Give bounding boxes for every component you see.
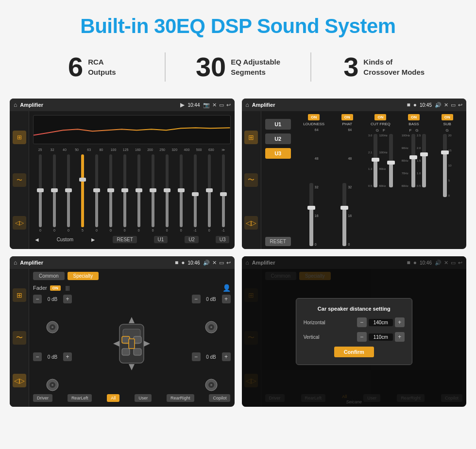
dialog-overlay: Car speaker distance setting Horizontal … [242, 256, 467, 407]
fader-db-row-1: − 0 dB + [33, 295, 72, 303]
home-icon[interactable]: ⌂ [14, 101, 17, 108]
speaker-icon: ◁▷ [15, 219, 24, 226]
sub-toggle[interactable]: ON [442, 114, 453, 120]
dialog-horizontal-plus[interactable]: + [395, 317, 405, 327]
fader-plus-4[interactable]: + [222, 352, 231, 361]
u1-btn[interactable]: U1 [154, 236, 168, 243]
eq-bottom-bar: ◄ Custom ► RESET U1 U2 U3 [33, 234, 231, 245]
eq-slider-4[interactable]: 5 [76, 154, 89, 232]
window-icon-2: ▭ [451, 102, 456, 108]
eq-slider-7[interactable]: 0 [119, 154, 131, 232]
eq-slider-2[interactable]: 0 [48, 154, 61, 232]
fader-minus-1[interactable]: − [33, 295, 42, 303]
speaker-distance-dialog: Car speaker distance setting Horizontal … [296, 298, 412, 365]
fader-sidebar: ⊞ 〜 ◁▷ [10, 269, 29, 407]
eq-slider-5[interactable]: 0 [90, 154, 103, 232]
driver-btn[interactable]: Driver [33, 394, 52, 402]
eq-main: 25 32 40 50 63 80 100 125 160 200 250 32… [29, 111, 235, 249]
xover-reset-btn[interactable]: RESET [265, 237, 291, 246]
back-icon-2[interactable]: ↩ [458, 102, 462, 108]
dialog-vertical-value: 110cm [369, 333, 393, 341]
xover-u1-btn[interactable]: U1 [265, 119, 291, 130]
eq-slider-12[interactable]: -1 [189, 154, 202, 232]
back-icon[interactable]: ↩ [226, 102, 231, 108]
phat-toggle[interactable]: ON [341, 114, 353, 120]
xover-cutfreq: ON CUT FREQ G F 3.0 2.1 1.3 [365, 114, 396, 246]
eq-sidebar-btn-2[interactable]: 〜 [13, 173, 26, 187]
rearleft-btn[interactable]: RearLeft [68, 394, 92, 402]
topbar-icons-right: 📷 ✕ ▭ ↩ [203, 102, 231, 108]
svg-point-19 [210, 326, 212, 328]
wave-icon: 〜 [17, 176, 22, 184]
fader-sidebar-btn-3[interactable]: ◁▷ [13, 374, 26, 387]
eq-slider-13[interactable]: 0 [203, 154, 216, 232]
home-icon-3[interactable]: ⌂ [14, 259, 17, 266]
u2-btn[interactable]: U2 [185, 236, 199, 243]
dialog-vertical-minus[interactable]: − [357, 332, 367, 342]
sliders-icon: ⊞ [17, 134, 22, 141]
fader-content: − 0 dB + − [33, 295, 231, 392]
svg-point-5 [51, 384, 53, 386]
fader-minus-2[interactable]: − [33, 352, 42, 361]
dialog-horizontal-minus[interactable]: − [357, 317, 367, 327]
all-btn[interactable]: All [107, 394, 119, 402]
eq-slider-9[interactable]: 0 [147, 154, 159, 232]
fader-minus-3[interactable]: − [192, 295, 201, 303]
fader-label: Fader [33, 285, 47, 291]
fader-bottom-buttons: Driver RearLeft All User RearRight Copil… [33, 392, 231, 404]
fader-bars-icon: ||| [66, 285, 70, 291]
loudness-toggle[interactable]: ON [308, 114, 320, 120]
rearright-btn[interactable]: RearRight [167, 394, 194, 402]
eq-slider-14[interactable]: -1 [217, 154, 230, 232]
confirm-button[interactable]: Confirm [334, 347, 374, 357]
eq-slider-10[interactable]: 0 [161, 154, 173, 232]
xover-u-buttons: U1 U2 U3 RESET [265, 119, 291, 246]
window-icon: ▭ [219, 102, 224, 108]
home-icon-2[interactable]: ⌂ [246, 101, 249, 108]
feature-eq: 30 EQ Adjustable Segments [166, 53, 311, 81]
cutfreq-toggle[interactable]: ON [374, 114, 386, 120]
fader-plus-3[interactable]: + [222, 295, 231, 303]
eq-slider-3[interactable]: 0 [62, 154, 75, 232]
fader-main: Common Specialty Fader ON ||| 👤 − [29, 269, 235, 407]
fader-left-controls: − 0 dB + − [33, 295, 72, 392]
xover-u2-btn[interactable]: U2 [265, 133, 291, 144]
svg-rect-12 [129, 339, 135, 349]
xover-sidebar-btn-1[interactable]: ⊞ [244, 131, 258, 144]
eq-sidebar-btn-3[interactable]: ◁▷ [13, 216, 26, 230]
dot-icon-3: ● [181, 259, 185, 266]
fader-db-row-3: − 0 dB + [192, 295, 231, 303]
eq-sidebar-btn-1[interactable]: ⊞ [13, 131, 26, 144]
back-icon-3[interactable]: ↩ [226, 260, 231, 266]
next-btn[interactable]: ► [90, 236, 96, 243]
common-tab[interactable]: Common [33, 272, 65, 280]
crossover-content: U1 U2 U3 RESET ON LOUDNESS [265, 114, 463, 246]
fader-minus-4[interactable]: − [192, 352, 201, 361]
reset-btn[interactable]: RESET [113, 236, 136, 243]
screen-fader-title: Amplifier [20, 260, 172, 266]
dialog-vertical-plus[interactable]: + [395, 332, 405, 342]
user-btn[interactable]: User [135, 394, 152, 402]
fader-plus-1[interactable]: + [63, 295, 72, 303]
volume-icon-3[interactable]: 🔊 [203, 260, 210, 266]
prev-btn[interactable]: ◄ [34, 236, 40, 243]
eq-screen-body: ⊞ 〜 ◁▷ [10, 111, 235, 249]
xover-sidebar-btn-3[interactable]: ◁▷ [244, 216, 258, 230]
u3-btn[interactable]: U3 [216, 236, 230, 243]
eq-slider-6[interactable]: 0 [104, 154, 117, 232]
fader-plus-2[interactable]: + [63, 352, 72, 361]
fader-sidebar-btn-2[interactable]: 〜 [13, 331, 26, 345]
fader-sidebar-btn-1[interactable]: ⊞ [13, 288, 26, 302]
xover-sidebar-btn-2[interactable]: 〜 [244, 173, 258, 187]
main-title: Built-in 30EQ DSP Sound System [80, 15, 395, 38]
eq-slider-11[interactable]: 0 [175, 154, 187, 232]
fader-car-diagram [77, 295, 187, 392]
volume-icon[interactable]: 🔊 [435, 102, 442, 108]
eq-slider-1[interactable]: 0 [34, 154, 47, 232]
bass-toggle[interactable]: ON [408, 114, 420, 120]
xover-u3-btn[interactable]: U3 [265, 148, 291, 159]
specialty-tab[interactable]: Specialty [68, 272, 99, 280]
eq-slider-8[interactable]: 0 [133, 154, 145, 232]
copilot-btn[interactable]: Copilot [209, 394, 230, 402]
preset-label: Custom [57, 237, 73, 242]
